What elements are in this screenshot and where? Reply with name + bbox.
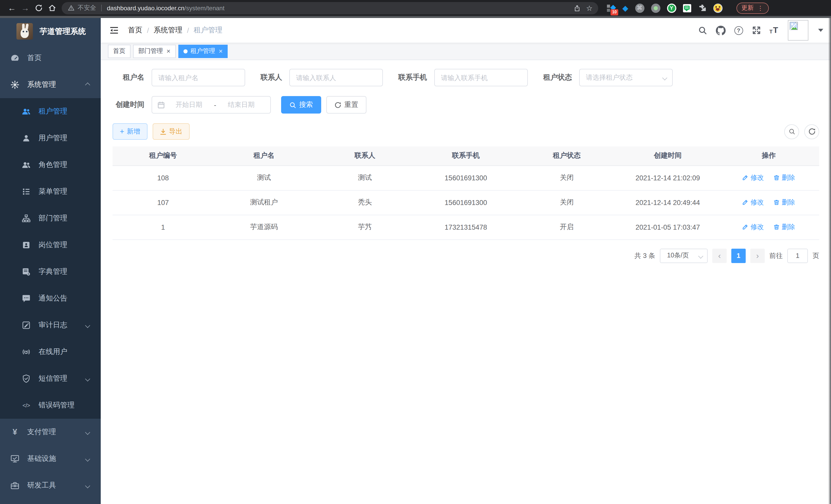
sidebar-item-system[interactable]: 系统管理 (0, 71, 101, 98)
security-label[interactable]: 不安全 (78, 4, 96, 12)
share-icon[interactable] (574, 4, 581, 11)
font-size-button[interactable]: TT (769, 26, 778, 34)
sidebar-item-tenant[interactable]: 租户管理 (0, 98, 101, 125)
browser-back-button[interactable]: ← (5, 1, 19, 14)
mobile-input[interactable] (434, 69, 528, 86)
sidebar-item-pay[interactable]: ¥ 支付管理 (0, 419, 101, 445)
close-icon[interactable]: × (219, 48, 223, 55)
search-button-label: 搜索 (299, 100, 313, 110)
download-icon (160, 128, 167, 135)
extension-y-icon[interactable]: Y (667, 3, 676, 12)
users-icon (22, 107, 31, 116)
fullscreen-button[interactable] (751, 25, 762, 35)
avatar-caret-icon[interactable] (818, 29, 823, 32)
warning-icon (68, 5, 75, 11)
sidebar-item-user[interactable]: 用户管理 (0, 125, 101, 152)
cell-name: 测试 (213, 166, 315, 190)
sidebar-fold-button[interactable] (109, 25, 120, 36)
tab-tenant[interactable]: 租户管理 × (178, 45, 228, 58)
breadcrumb-system[interactable]: 系统管理 (154, 26, 182, 35)
sidebar-item-role[interactable]: 角色管理 (0, 152, 101, 178)
breadcrumb-home[interactable]: 首页 (128, 26, 142, 35)
sidebar-item-label: 基础设施 (27, 454, 78, 464)
sidebar-item-online-users[interactable]: 在线用户 (0, 338, 101, 365)
github-button[interactable] (715, 25, 726, 35)
sidebar-item-error-code[interactable]: </> 错误码管理 (0, 392, 101, 419)
sidebar-item-label: 短信管理 (38, 374, 78, 383)
date-range-picker[interactable]: 开始日期 - 结束日期 (152, 96, 271, 114)
sidebar-item-dict[interactable]: 字典管理 (0, 259, 101, 285)
help-button[interactable]: ? (733, 25, 744, 35)
tab-dept[interactable]: 部门管理 × (133, 45, 175, 58)
edit-button[interactable]: 修改 (742, 173, 764, 182)
delete-button[interactable]: 删除 (773, 223, 795, 232)
bookmark-star-icon[interactable]: ☆ (586, 4, 593, 12)
add-button[interactable]: + 新增 (113, 123, 147, 140)
edit-button[interactable]: 修改 (742, 198, 764, 207)
extensions-puzzle-icon[interactable] (698, 4, 706, 12)
address-bar[interactable]: 不安全 dashboard.yudao.iocoder.cn/system/te… (62, 2, 598, 14)
search-button[interactable]: 搜索 (281, 96, 321, 114)
create-time-label: 创建时间 (113, 100, 144, 110)
export-button[interactable]: 导出 (153, 123, 190, 140)
browser-reload-button[interactable] (32, 1, 45, 14)
sidebar-item-dev-tools[interactable]: 研发工具 (0, 472, 101, 499)
header-search-button[interactable] (697, 25, 708, 35)
sidebar-item-audit-log[interactable]: 审计日志 (0, 312, 101, 338)
extension-green-dot-icon[interactable] (651, 3, 660, 12)
next-page-button[interactable]: › (750, 248, 765, 263)
tab-home[interactable]: 首页 (108, 45, 131, 58)
avatar[interactable] (788, 20, 808, 40)
delete-button[interactable]: 删除 (773, 173, 795, 182)
cell-mobile: 15601691300 (416, 190, 516, 215)
sidebar-item-dept[interactable]: 部门管理 (0, 205, 101, 232)
date-end-placeholder[interactable]: 结束日期 (217, 100, 265, 110)
extension-kite-icon[interactable]: ◆ (622, 4, 628, 12)
browser-home-button[interactable] (45, 1, 59, 14)
chevron-down-icon (85, 483, 90, 488)
page-size-value: 10条/页 (667, 251, 689, 260)
users-icon (22, 160, 31, 170)
navbar-actions: ? TT (697, 20, 823, 40)
browser-forward-button[interactable]: → (19, 1, 32, 14)
sidebar-item-menu[interactable]: 菜单管理 (0, 178, 101, 205)
url-path: /system/tenant (184, 4, 225, 11)
page-number-button[interactable]: 1 (731, 248, 746, 263)
table-row: 108 测试 测试 15601691300 关闭 2021-12-14 21:0… (113, 166, 819, 190)
sidebar-item-notice[interactable]: 通知公告 (0, 285, 101, 312)
tab-label: 部门管理 (138, 47, 163, 56)
tags-view: 首页 部门管理 × 租户管理 × (101, 42, 831, 60)
extension-blocks-icon[interactable]: 10 (606, 3, 616, 12)
pagination: 共 3 条 10条/页 ‹ 1 › 前往 页 (113, 248, 819, 263)
page-size-select[interactable]: 10条/页 (660, 248, 708, 263)
sidebar-item-post[interactable]: 岗位管理 (0, 232, 101, 259)
goto-page-input[interactable] (787, 248, 808, 263)
delete-button[interactable]: 删除 (773, 198, 795, 207)
edit-icon (742, 224, 748, 230)
search-icon (698, 26, 707, 35)
reset-button[interactable]: 重置 (326, 96, 366, 114)
block-icon (607, 8, 610, 11)
edit-button[interactable]: 修改 (742, 223, 764, 232)
prev-page-button[interactable]: ‹ (712, 248, 727, 263)
table-refresh-button[interactable] (804, 124, 819, 139)
contact-input[interactable] (289, 69, 383, 86)
extension-chat-icon[interactable] (683, 4, 691, 12)
sidebar-item-home[interactable]: 首页 (0, 45, 101, 71)
extension-command-icon[interactable]: ⌘ (635, 3, 644, 12)
sidebar-item-infra[interactable]: 基础设施 (0, 445, 101, 472)
tenant-name-input[interactable] (152, 69, 245, 86)
date-start-placeholder[interactable]: 开始日期 (165, 100, 213, 110)
cell-status: 关闭 (516, 166, 617, 190)
extension-emoji-icon[interactable] (713, 3, 722, 12)
browser-menu-icon[interactable]: ⋮ (757, 4, 764, 11)
table-search-toggle-button[interactable] (784, 124, 799, 139)
status-select[interactable]: 请选择租户状态 (579, 69, 673, 86)
update-label: 更新 (741, 4, 754, 12)
close-icon[interactable]: × (167, 48, 170, 55)
add-button-label: 新增 (127, 127, 140, 136)
tenant-table: 租户编号 租户名 联系人 联系手机 租户状态 创建时间 操作 108 测试 (113, 146, 819, 240)
browser-update-button[interactable]: 更新 ⋮ (736, 2, 769, 13)
sidebar-item-sms[interactable]: 短信管理 (0, 365, 101, 392)
sidebar-logo-row[interactable]: 芋道管理系统 (0, 18, 101, 45)
